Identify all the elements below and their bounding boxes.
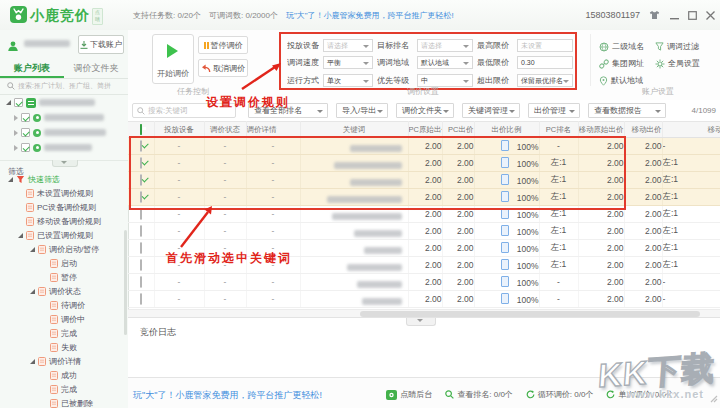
row-checkbox[interactable]	[140, 140, 142, 152]
account-tree-item[interactable]	[0, 110, 128, 125]
caret-expanded-icon[interactable]	[30, 359, 35, 364]
setting-label: 调词速度	[287, 57, 319, 68]
statusbar-item[interactable]: 点睛后台	[386, 389, 432, 400]
filter-tree-item[interactable]: 快速筛选	[0, 172, 128, 186]
column-header: 出价比例	[474, 122, 539, 138]
skin-icon[interactable]	[646, 7, 662, 23]
table-row: ---2.002.00100%左:12.002.00左:1	[128, 172, 720, 189]
tab-account-list[interactable]: 账户列表	[0, 58, 64, 78]
row-checkbox[interactable]	[140, 293, 142, 305]
select-all-checkbox-cell	[128, 122, 154, 138]
campaign-icon	[33, 114, 41, 122]
setting-select[interactable]: 平衡	[323, 56, 373, 69]
caret-expanded-icon[interactable]	[6, 100, 11, 105]
download-account-button[interactable]: 下载账户	[78, 35, 124, 54]
select-all-checkbox[interactable]	[140, 124, 142, 135]
pause-bidding-button[interactable]: 暂停调价	[198, 36, 248, 54]
pc-original-bid-cell: 2.00	[408, 240, 442, 257]
filter-tree-item[interactable]: 暂停	[0, 270, 128, 284]
account-checkbox[interactable]	[21, 143, 30, 152]
setting-select[interactable]: 请选择	[417, 39, 473, 52]
row-checkbox[interactable]	[140, 242, 142, 254]
toolbar-dropdown[interactable]: 导入/导出	[336, 103, 388, 118]
account-checkbox[interactable]	[21, 113, 30, 122]
account-setting-item[interactable]: 二级域名	[599, 38, 655, 55]
setting-select[interactable]: 单次	[323, 74, 373, 87]
caret-collapsed-icon[interactable]	[14, 130, 18, 136]
toolbar-dropdown[interactable]: 出价管理	[528, 103, 580, 118]
caret-expanded-icon[interactable]	[30, 289, 35, 294]
sidebar-scrollbar[interactable]	[124, 230, 127, 335]
keyword-blurred	[364, 247, 402, 254]
filter-tree-item[interactable]: 调价启动/暂停	[0, 242, 128, 256]
pc-bid-cell: 2.00	[442, 291, 474, 308]
setting-input[interactable]: 0.30	[517, 56, 573, 69]
caret-expanded-icon[interactable]	[8, 177, 13, 182]
caret-expanded-icon[interactable]	[30, 247, 35, 252]
log-collapse-handle[interactable]	[406, 318, 436, 326]
sidebar-search-input[interactable]: 搜索:推广计划、推广组、简拼	[0, 78, 128, 95]
caret-collapsed-icon[interactable]	[14, 115, 18, 121]
maximize-button[interactable]	[684, 7, 700, 23]
row-checkbox[interactable]	[140, 259, 142, 271]
row-checkbox[interactable]	[140, 276, 142, 288]
collapse-handle[interactable]	[52, 160, 78, 167]
row-checkbox[interactable]	[140, 225, 142, 237]
pc-rank-cell: 左:1	[539, 206, 578, 223]
setting-input[interactable]: 未设置	[517, 39, 573, 52]
close-button[interactable]	[702, 7, 718, 23]
account-checkbox[interactable]	[14, 98, 23, 107]
filter-tree-item[interactable]: 调价中	[0, 312, 128, 326]
row-checkbox[interactable]	[140, 174, 142, 186]
row-checkbox[interactable]	[140, 208, 142, 220]
caret-collapsed-icon[interactable]	[14, 145, 18, 151]
setting-select[interactable]: 保留最优排名	[517, 74, 573, 87]
row-checkbox-cell	[128, 291, 154, 308]
filter-tree-item[interactable]: PC设备调价规则	[0, 200, 128, 214]
filter-item-label: 调价状态	[49, 286, 81, 297]
filter-tree-item[interactable]: 启动	[0, 256, 128, 270]
account-setting-item[interactable]: 集团网址	[599, 55, 655, 72]
link-icon	[599, 59, 609, 69]
bid-ratio-cell: 100%	[474, 257, 539, 274]
promo-link-bottom[interactable]: 玩"大"了！小鹿管家免费用，跨平台推广更轻松!	[133, 389, 322, 402]
start-bidding-button[interactable]: 开始调价	[152, 34, 194, 84]
setting-select[interactable]: 请选择	[323, 39, 373, 52]
minimize-button[interactable]	[666, 7, 682, 23]
account-setting-item[interactable]: 调词过滤	[655, 38, 711, 55]
account-tree-root[interactable]	[0, 95, 128, 110]
status-cell: -	[204, 172, 246, 189]
filter-tree-item[interactable]: 成功	[0, 368, 128, 382]
account-checkbox[interactable]	[21, 128, 30, 137]
account-tree-item[interactable]	[0, 125, 128, 140]
cancel-bidding-button[interactable]: 取消调价	[198, 59, 248, 77]
filter-item-label: 未设置调价规则	[37, 188, 93, 199]
account-tree-item[interactable]	[0, 140, 128, 155]
toolbar-dropdown[interactable]: 关键词管理	[462, 103, 520, 118]
filter-tree-item[interactable]: 待调价	[0, 298, 128, 312]
row-checkbox[interactable]	[140, 191, 142, 203]
row-checkbox[interactable]	[140, 157, 142, 169]
filter-tree-item[interactable]: 调价状态	[0, 284, 128, 298]
device-cell: -	[154, 274, 204, 291]
filter-tree-item[interactable]: 已设置调价规则	[0, 228, 128, 242]
filter-tree-item[interactable]: 完成	[0, 382, 128, 396]
setting-select[interactable]: 默认地域	[417, 56, 473, 69]
account-summary-row: 下载账户	[0, 30, 128, 58]
filter-tree-item[interactable]: 完成	[0, 326, 128, 340]
row-checkbox-cell	[128, 257, 154, 274]
filter-tree-item[interactable]: 调价详情	[0, 354, 128, 368]
promo-link-top[interactable]: 玩"大"了！小鹿管家免费用，跨平台推广更轻松!	[286, 10, 454, 21]
resize-grip[interactable]	[710, 389, 718, 407]
caret-expanded-icon[interactable]	[18, 233, 23, 238]
titlebar: 小鹿竞价 点睛 支持任务数: 0/20个 可调词数: 0/2000个 玩"大"了…	[0, 0, 720, 31]
filter-tree-item[interactable]: 已被删除	[0, 396, 128, 408]
filter-tree-item[interactable]: 失败	[0, 340, 128, 354]
mobile-bid-cell: 2.00	[624, 172, 662, 189]
filter-tree-item[interactable]: 移动设备调价规则	[0, 214, 128, 228]
filter-tree-item[interactable]: 未设置调价规则	[0, 186, 128, 200]
toolbar-dropdown[interactable]: 查看数据报告	[588, 103, 666, 118]
tab-price-folder[interactable]: 调价文件夹	[64, 58, 128, 78]
toolbar-dropdown[interactable]: 调价文件夹	[396, 103, 454, 118]
account-setting-item[interactable]: 全局设置	[655, 55, 711, 72]
